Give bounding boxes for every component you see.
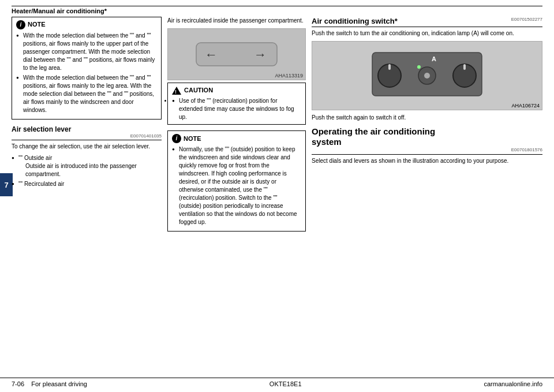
svg-text:→: → [254,47,267,62]
bullet-recirc-air: "" Recirculated air [12,180,162,188]
op-heading-line1: Operating the air conditioning [312,126,435,136]
note-list-2: Normally, use the "" (outside) position … [172,145,301,226]
note-label-2: NOTE [184,135,201,143]
op-body: Select dials and levers as shown in the … [312,157,542,165]
note-list-1: With the mode selection dial between the… [16,32,157,114]
air-selection-id: E00701401035 [12,133,162,139]
svg-rect-9 [463,64,466,70]
caution-triangle-icon [172,87,181,95]
note-label-1: NOTE [28,20,46,29]
op-id: E00701801576 [312,147,542,153]
footer-left: 7-06 For pleasant driving [12,380,87,387]
note-header-1: i NOTE [16,20,157,29]
note-icon-1: i [16,20,25,29]
chapter-number: 7 [4,181,8,189]
air-selection-list: "" Outside air Outside air is introduced… [12,154,162,188]
ac-switch-id: E00701502277 [511,17,542,22]
ac-switch-body: Push the switch to turn the air conditio… [312,29,542,38]
footer-center: OKTE18E1 [269,380,302,387]
footer: 7-06 For pleasant driving OKTE18E1 carma… [0,378,554,387]
page-title: Heater/Manual air conditioning* [12,8,107,14]
footer-right: carmanualonline.info [484,380,542,387]
recirculated-text: Air is recirculated inside the passenger… [167,17,306,25]
note-item-2: With the mode selection dial between the… [16,74,157,114]
caution-list: ● Use of the "" (recirculation) position… [172,97,301,121]
note-box-1: i NOTE With the mode selection dial betw… [12,17,162,120]
ac-image-box: A AHA106724 [312,41,542,110]
image-label-top: AHA113319 [275,73,303,79]
ac-dial-svg: A [369,47,485,104]
bullet-outside-air: "" Outside air Outside air is introduced… [12,154,162,178]
col-mid: Air is recirculated inside the passenger… [167,17,306,237]
caution-header: CAUTION [172,86,301,95]
mid-image-box: ← → AHA113319 [167,28,306,80]
note-icon-2: i [172,134,181,143]
air-selection-heading: Air selection lever E00701401035 [12,125,162,140]
page: 7 Heater/Manual air conditioning* i NOTE… [0,0,554,392]
recirc-diagram: ← → [190,37,283,72]
col-right: Air conditioning switch* E00701502277 Pu… [312,17,542,237]
chapter-tab: 7 [0,173,13,196]
svg-text:A: A [432,55,436,62]
op-heading: Operating the air conditioning system E0… [312,126,542,155]
caution-box: CAUTION ● Use of the "" (recirculation) … [167,83,306,125]
ac-switch-heading: Air conditioning switch* E00701502277 [312,17,542,27]
svg-rect-5 [388,64,391,70]
air-selection-body: To change the air selection, use the air… [12,143,162,151]
sub-bullet-outside-air: Outside air is introduced into the passe… [18,162,162,178]
op-heading-line2: system [312,137,342,147]
caution-item-1: ● Use of the "" (recirculation) position… [172,97,301,121]
note-box-2: i NOTE Normally, use the "" (outside) po… [167,130,306,232]
col-left: i NOTE With the mode selection dial betw… [12,17,162,237]
top-rule [12,6,542,6]
push-again-text: Push the switch again to switch it off. [312,114,542,122]
svg-point-7 [424,73,430,79]
main-content: i NOTE With the mode selection dial betw… [12,17,542,237]
note-header-2: i NOTE [172,134,301,143]
header-row: Heater/Manual air conditioning* [12,8,542,14]
svg-point-11 [417,65,421,69]
note2-item-1: Normally, use the "" (outside) position … [172,145,301,226]
ac-image-label: AHA106724 [511,103,540,109]
note-item-1: With the mode selection dial between the… [16,32,157,72]
svg-text:←: ← [205,47,218,62]
